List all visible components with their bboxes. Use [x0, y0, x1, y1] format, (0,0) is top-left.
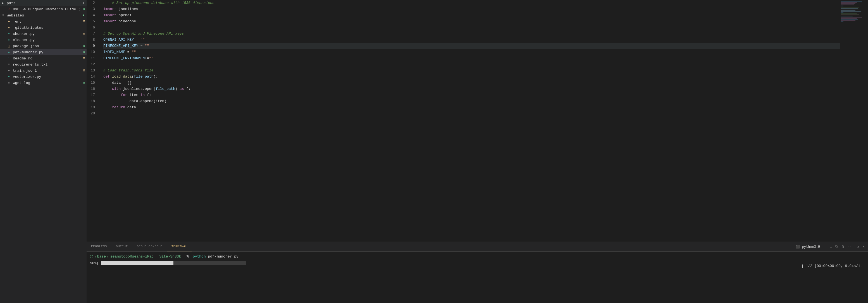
sidebar-item-dnd[interactable]: ⚡ D&D 5e Dungeon Master's Guide ( P... U — [0, 6, 87, 12]
code-line-11: PINECONE_ENVIRONMENT = "" — [103, 55, 840, 61]
sidebar-label-cleaner: cleaner.py — [13, 38, 87, 42]
tab-debug-console[interactable]: DEBUG CONSOLE — [132, 242, 167, 251]
code-token — [103, 92, 121, 98]
terminal-cmd-text: python pdf-muncher.py — [190, 254, 239, 260]
sidebar-item-requirements[interactable]: ≡ requirements.txt — [0, 61, 87, 68]
tab-problems-label: PROBLEMS — [91, 245, 107, 248]
tab-output[interactable]: OUTPUT — [112, 242, 132, 251]
code-line-2: # Set up pinecone database with 1536 dim… — [103, 0, 840, 6]
code-line-4: import openai — [103, 12, 840, 19]
close-panel-button[interactable]: ✕ — [862, 243, 866, 250]
terminal-path-text: Site-Sn33k — [159, 254, 181, 260]
code-token: data — [127, 104, 136, 110]
split-terminal-button[interactable]: ⧉ — [834, 243, 839, 250]
terminal-right-status: | 1/2 [00:09<00:09, 9.94s/it — [802, 263, 862, 269]
terminal-shell-icon: ⬛ — [796, 245, 800, 249]
sidebar-label-package: package.json — [13, 44, 83, 48]
ln-13: 13 — [87, 68, 98, 74]
code-token: import — [103, 12, 119, 19]
sidebar-item-websites[interactable]: ∨ websites — [0, 12, 87, 19]
sidebar-label-pdf-muncher: pdf-muncher.py — [13, 50, 83, 55]
badge-env: M — [83, 20, 85, 23]
git-file-icon: ◆ — [7, 25, 11, 30]
sidebar-item-pdfs[interactable]: ▶ pdfs — [0, 0, 87, 6]
code-token: # Load train.jsonl file — [103, 68, 153, 74]
minimap-line — [841, 1, 862, 2]
terminal-path — [156, 254, 158, 260]
py-chunker-icon: ● — [7, 32, 11, 36]
tab-problems[interactable]: PROBLEMS — [87, 242, 112, 251]
badge-train: M — [83, 69, 85, 72]
trash-terminal-button[interactable]: 🗑 — [840, 243, 846, 250]
tab-terminal[interactable]: TERMINAL — [167, 242, 192, 251]
progress-bar — [101, 261, 246, 265]
py-vectorizor-icon: ● — [7, 74, 11, 79]
sidebar-label-pdfs: pdfs — [7, 1, 83, 5]
editor-area: 2 3 4 5 6 7 8 9 10 11 12 13 14 15 16 17 … — [87, 0, 868, 303]
code-line-20 — [103, 110, 840, 116]
terminal-prompt-line: (base) seanstobo@seans-iMac Site-Sn33k %… — [90, 254, 865, 260]
code-token: load_data — [112, 74, 131, 80]
terminal-shell-label: ⬛ python3.9 — [795, 243, 821, 250]
code-token: data.append(item) — [103, 98, 166, 104]
code-content[interactable]: # Set up pinecone database with 1536 dim… — [100, 0, 840, 242]
sidebar-item-chunker[interactable]: ● chunker.py M — [0, 31, 87, 37]
ln-11: 11 — [87, 55, 98, 61]
terminal-content[interactable]: (base) seanstobo@seans-iMac Site-Sn33k %… — [87, 252, 868, 303]
minimap-lines — [840, 0, 868, 24]
ln-6: 6 — [87, 25, 98, 31]
env-file-icon: ◆ — [7, 19, 11, 24]
code-token: PINECONE_ENVIRONMENT — [103, 55, 147, 61]
sidebar-item-gitattributes[interactable]: ◆ .gitattributes — [0, 25, 87, 31]
sidebar-item-train[interactable]: ≡ train.jsonl M — [0, 68, 87, 74]
code-line-3: import jsonlines — [103, 6, 840, 12]
ln-7: 7 — [87, 31, 98, 37]
code-token: file_path — [156, 86, 175, 92]
maximize-panel-button[interactable]: ∧ — [856, 243, 861, 250]
sidebar-item-readme[interactable]: ℹ Readme.md M — [0, 55, 87, 61]
sidebar-item-vectorizor[interactable]: ● vectorizor.py — [0, 74, 87, 80]
minimap-line — [841, 21, 843, 22]
badge-package: U — [83, 44, 85, 48]
pdf-file-icon: ⚡ — [7, 7, 11, 11]
sidebar-label-chunker: chunker.py — [13, 32, 83, 36]
code-token: ( — [131, 74, 134, 80]
sidebar-item-package[interactable]: {} package.json U — [0, 43, 87, 49]
minimap-line — [841, 18, 857, 19]
code-token: f: — [147, 92, 151, 98]
code-token: "" — [141, 37, 145, 43]
minimap-line — [841, 14, 859, 15]
progress-label: 50%| — [90, 261, 99, 266]
minimap-line — [841, 3, 856, 4]
sidebar-label-vectorizor: vectorizor.py — [13, 75, 87, 79]
jsonl-icon: ≡ — [7, 68, 11, 73]
ln-2: 2 — [87, 0, 98, 6]
minimap-line — [841, 20, 856, 21]
code-line-19: return data — [103, 104, 840, 110]
code-token: = — [134, 37, 140, 43]
code-token: pinecone — [119, 19, 136, 25]
ln-5: 5 — [87, 19, 98, 25]
log-icon: ≡ — [7, 81, 11, 85]
terminal-chevron-button[interactable]: ⌄ — [829, 244, 833, 250]
sidebar-item-env[interactable]: ◆ .env M — [0, 19, 87, 25]
terminal-prompt-circle — [90, 255, 93, 258]
ln-4: 4 — [87, 12, 98, 19]
sidebar-item-pdf-muncher[interactable]: ● pdf-muncher.py U — [0, 49, 87, 55]
code-line-16: with jsonlines.open( file_path ) as f: — [103, 86, 840, 92]
code-token: as — [180, 86, 186, 92]
code-token — [103, 86, 112, 92]
minimap-line — [841, 19, 858, 20]
ln-15: 15 — [87, 80, 98, 86]
code-line-10: INDEX_NAME = "" — [103, 49, 840, 55]
code-token: data = [] — [103, 80, 131, 86]
sidebar-item-wget[interactable]: ≡ wget-log U — [0, 80, 87, 86]
add-terminal-button[interactable]: ＋ — [822, 243, 828, 250]
code-token: "" — [149, 55, 154, 61]
code-editor: 2 3 4 5 6 7 8 9 10 11 12 13 14 15 16 17 … — [87, 0, 868, 242]
code-line-12 — [103, 61, 840, 68]
sidebar-item-cleaner[interactable]: ● cleaner.py — [0, 37, 87, 43]
folder-arrow-websites-icon: ∨ — [2, 14, 7, 17]
json-icon: {} — [7, 44, 11, 48]
ellipsis-button[interactable]: ··· — [847, 243, 855, 250]
